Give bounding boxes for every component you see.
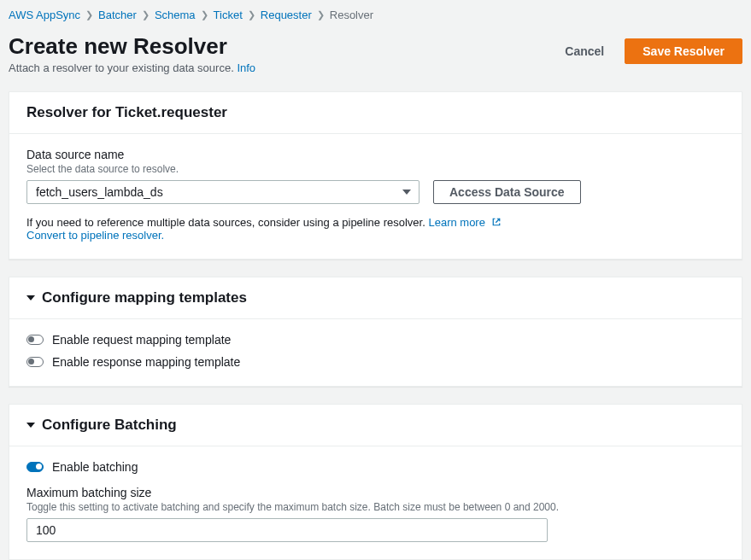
pipeline-note-text: If you need to reference multiple data s… [26, 216, 425, 229]
max-batch-hint: Toggle this setting to activate batching… [26, 501, 725, 513]
chevron-right-icon: ❯ [85, 9, 93, 20]
page-root: AWS AppSync ❯ Batcher ❯ Schema ❯ Ticket … [0, 0, 751, 560]
page-title: Create new Resolver [9, 33, 255, 60]
chevron-right-icon: ❯ [142, 9, 150, 20]
data-source-select-input[interactable]: fetch_users_lambda_ds [26, 180, 420, 204]
breadcrumb-batcher[interactable]: Batcher [98, 9, 137, 21]
breadcrumb-appsync[interactable]: AWS AppSync [9, 9, 80, 21]
request-mapping-toggle-row: Enable request mapping template [26, 333, 725, 347]
info-link[interactable]: Info [237, 61, 255, 74]
resolver-panel-body: Data source name Select the data source … [9, 134, 742, 259]
breadcrumb-current: Resolver [330, 9, 373, 21]
header-left: Create new Resolver Attach a resolver to… [9, 33, 255, 91]
max-batch-label: Maximum batching size [26, 486, 725, 499]
data-source-select[interactable]: fetch_users_lambda_ds [26, 180, 420, 204]
subtitle-text: Attach a resolver to your existing data … [9, 61, 234, 74]
breadcrumb-ticket[interactable]: Ticket [214, 9, 243, 21]
enable-batching-toggle[interactable] [26, 462, 44, 472]
save-resolver-button[interactable]: Save Resolver [625, 38, 742, 64]
data-source-label: Data source name [26, 148, 725, 161]
request-mapping-toggle[interactable] [26, 335, 44, 345]
response-mapping-toggle-row: Enable response mapping template [26, 355, 725, 369]
access-data-source-button[interactable]: Access Data Source [433, 180, 581, 204]
breadcrumb-schema[interactable]: Schema [155, 9, 196, 21]
learn-more-text: Learn more [428, 216, 484, 229]
templates-panel: Configure mapping templates Enable reque… [9, 277, 742, 387]
breadcrumb-requester[interactable]: Requester [261, 9, 312, 21]
templates-panel-title: Configure mapping templates [42, 289, 247, 306]
max-batch-field: Maximum batching size Toggle this settin… [26, 486, 725, 542]
batching-panel-title: Configure Batching [42, 417, 177, 434]
response-mapping-label: Enable response mapping template [52, 355, 240, 369]
resolver-panel-title: Resolver for Ticket.requester [9, 92, 742, 134]
data-source-row: fetch_users_lambda_ds Access Data Source [26, 180, 725, 204]
pipeline-note: If you need to reference multiple data s… [26, 216, 725, 242]
batching-panel: Configure Batching Enable batching Maxim… [9, 404, 742, 560]
caret-down-icon [26, 295, 35, 300]
max-batch-input[interactable] [26, 518, 548, 542]
templates-panel-body: Enable request mapping template Enable r… [9, 319, 742, 386]
request-mapping-label: Enable request mapping template [52, 333, 231, 347]
convert-pipeline-link[interactable]: Convert to pipeline resolver. [26, 229, 164, 242]
chevron-right-icon: ❯ [201, 9, 208, 20]
caret-down-icon [26, 423, 35, 428]
chevron-right-icon: ❯ [248, 9, 255, 20]
learn-more-link[interactable]: Learn more [428, 216, 501, 229]
breadcrumb: AWS AppSync ❯ Batcher ❯ Schema ❯ Ticket … [0, 0, 751, 28]
enable-batching-label: Enable batching [52, 460, 138, 474]
templates-panel-header[interactable]: Configure mapping templates [9, 277, 742, 319]
header-actions: Cancel Save Resolver [553, 33, 742, 64]
data-source-hint: Select the data source to resolve. [26, 163, 725, 175]
page-subtitle: Attach a resolver to your existing data … [9, 61, 255, 74]
convert-pipeline-text: Convert to pipeline resolver [26, 229, 161, 242]
external-link-icon [491, 217, 502, 227]
page-header: Create new Resolver Attach a resolver to… [0, 28, 751, 91]
resolver-panel: Resolver for Ticket.requester Data sourc… [9, 91, 742, 260]
enable-batching-toggle-row: Enable batching [26, 460, 725, 474]
batching-panel-header[interactable]: Configure Batching [9, 405, 742, 446]
response-mapping-toggle[interactable] [26, 357, 44, 367]
cancel-button[interactable]: Cancel [553, 39, 616, 63]
chevron-right-icon: ❯ [317, 9, 325, 20]
batching-panel-body: Enable batching Maximum batching size To… [9, 446, 742, 559]
